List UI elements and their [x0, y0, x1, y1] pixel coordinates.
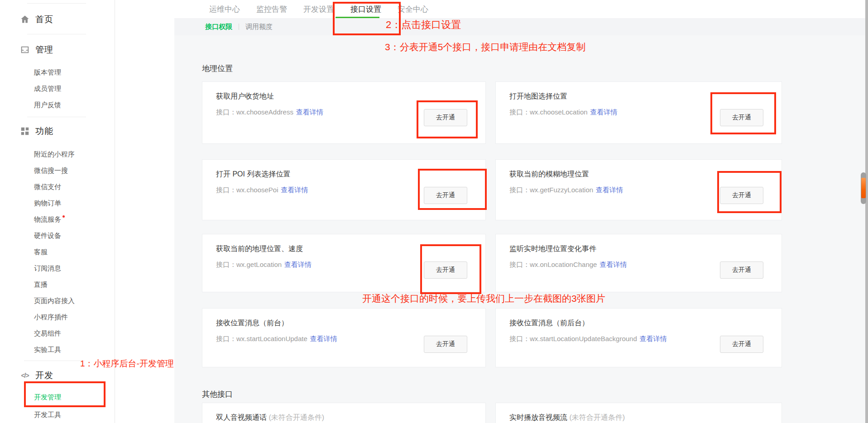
api-card-voip: 双人音视频通话 (未符合开通条件) — [202, 403, 486, 423]
divider — [27, 117, 86, 117]
inbox-icon — [20, 45, 30, 55]
api-name: wx.chooseAddress — [236, 108, 293, 116]
sidebar-item-orders[interactable]: 购物订单 — [34, 199, 61, 208]
sidebar-item-nearby[interactable]: 附近的小程序 — [34, 150, 75, 159]
view-details-link[interactable]: 查看详情 — [284, 261, 312, 268]
api-card-title-text: 双人音视频通话 — [216, 413, 267, 421]
api-card-choosePoi: 打开 POI 列表选择位置 接口：wx.choosePoi查看详情 去开通 — [202, 159, 486, 220]
api-card-title: 接收位置消息（前台） — [216, 318, 288, 328]
open-api-button[interactable]: 去开通 — [424, 261, 467, 279]
view-details-link[interactable]: 查看详情 — [599, 261, 627, 268]
api-name: wx.startLocationUpdate — [236, 335, 307, 342]
sidebar-item-hardware[interactable]: 硬件设备 — [34, 232, 61, 241]
sidebar-item-page-content[interactable]: 页面内容接入 — [34, 297, 75, 306]
open-api-button[interactable]: 去开通 — [720, 336, 763, 353]
tab-ops-center[interactable]: 运维中心 — [209, 4, 240, 14]
home-icon — [20, 14, 30, 24]
api-label: 接口： — [216, 335, 236, 342]
grid-icon — [20, 126, 30, 136]
view-details-link[interactable]: 查看详情 — [296, 108, 323, 116]
scrollbar-track[interactable] — [865, 0, 868, 423]
sidebar-item-version[interactable]: 版本管理 — [34, 68, 61, 77]
api-card-note: (未符合开通条件) — [569, 413, 625, 421]
api-card-chooseLocation: 打开地图选择位置 接口：wx.chooseLocation查看详情 去开通 — [495, 81, 782, 144]
code-icon: </> — [20, 371, 30, 380]
open-api-button[interactable]: 去开通 — [424, 336, 467, 353]
api-card-startLocationUpdate: 接收位置消息（前台） 接口：wx.startLocationUpdate查看详情… — [202, 308, 486, 367]
api-card-chooseAddress: 获取用户收货地址 接口：wx.chooseAddress查看详情 去开通 — [202, 81, 486, 144]
api-card-title: 实时播放音视频流 (未符合开通条件) — [509, 413, 625, 423]
sidebar-item-live[interactable]: 直播 — [34, 280, 48, 290]
api-label: 接口： — [509, 335, 530, 342]
sidebar-item-label: 首页 — [35, 14, 53, 25]
scrollbar-thumb-highlight — [861, 178, 866, 198]
api-card-title: 获取当前的地理位置、速度 — [216, 244, 303, 254]
api-label: 接口： — [216, 261, 236, 268]
new-badge-dot — [62, 215, 65, 218]
sidebar-item-dev-tools[interactable]: 开发工具 — [34, 411, 61, 420]
sidebar-item-label: 开发 — [35, 370, 53, 381]
api-name: wx.onLocationChange — [530, 261, 597, 268]
view-details-link[interactable]: 查看详情 — [640, 335, 667, 342]
subtab-call-quota[interactable]: 调用额度 — [245, 23, 273, 31]
open-api-button[interactable]: 去开通 — [720, 109, 763, 126]
open-api-button[interactable]: 去开通 — [424, 109, 467, 126]
api-name: wx.getLocation — [236, 261, 282, 268]
api-label: 接口： — [509, 261, 530, 268]
scrollbar-thumb[interactable] — [861, 172, 866, 204]
section-title-other: 其他接口 — [202, 389, 233, 399]
divider — [115, 0, 115, 423]
api-card-title: 打开地图选择位置 — [509, 92, 567, 101]
sidebar-item-home[interactable]: 首页 — [20, 14, 53, 25]
open-api-button[interactable]: 去开通 — [424, 187, 467, 204]
api-card-title: 监听实时地理位置变化事件 — [509, 244, 596, 254]
divider — [24, 361, 85, 361]
sidebar-item-members[interactable]: 成员管理 — [34, 85, 61, 94]
section-title-geo: 地理位置 — [202, 63, 233, 74]
divider — [27, 3, 86, 4]
view-details-link[interactable]: 查看详情 — [596, 186, 623, 194]
tab-dev-settings[interactable]: 开发设置 — [303, 4, 334, 14]
sidebar-item-label: 物流服务 — [34, 215, 61, 223]
subtab-api-permission[interactable]: 接口权限 — [205, 23, 232, 31]
api-label: 接口： — [216, 186, 236, 194]
open-api-button[interactable]: 去开通 — [720, 187, 763, 204]
api-name: wx.getFuzzyLocation — [530, 186, 593, 194]
sidebar-item-manage[interactable]: 管理 — [20, 44, 53, 56]
page-tabs: 运维中心 监控告警 开发设置 接口设置 安全中心 — [209, 0, 428, 18]
api-card-getLocation: 获取当前的地理位置、速度 接口：wx.getLocation查看详情 去开通 — [202, 234, 486, 292]
sidebar-item-dev-manage[interactable]: 开发管理 — [34, 393, 61, 402]
tab-monitor-alert[interactable]: 监控告警 — [256, 4, 287, 14]
sidebar: 首页 管理 版本管理 成员管理 用户反馈 功能 附近的小程序 微信搜一搜 微信支… — [0, 0, 115, 423]
sidebar-item-subscribe[interactable]: 订阅消息 — [34, 264, 61, 273]
sidebar-item-service[interactable]: 客服 — [34, 248, 48, 257]
subtab-bar: 接口权限 调用额度 — [174, 18, 868, 35]
api-card-title: 接收位置消息（前后台） — [509, 318, 589, 328]
api-card-note: (未符合开通条件) — [269, 413, 324, 421]
sidebar-item-feedback[interactable]: 用户反馈 — [34, 101, 61, 110]
sidebar-item-trade[interactable]: 交易组件 — [34, 329, 61, 338]
view-details-link[interactable]: 查看详情 — [310, 335, 337, 342]
sidebar-item-pay[interactable]: 微信支付 — [34, 183, 61, 192]
api-card-live-player: 实时播放音视频流 (未符合开通条件) — [495, 403, 782, 423]
api-label: 接口： — [509, 108, 530, 116]
open-api-button[interactable]: 去开通 — [720, 261, 763, 279]
sidebar-item-label: 功能 — [35, 125, 53, 137]
api-label: 接口： — [509, 186, 530, 194]
view-details-link[interactable]: 查看详情 — [590, 108, 618, 116]
api-name: wx.chooseLocation — [530, 108, 588, 116]
sidebar-item-lab[interactable]: 实验工具 — [34, 346, 61, 355]
tab-security-center[interactable]: 安全中心 — [398, 4, 428, 14]
api-card-title: 双人音视频通话 (未符合开通条件) — [216, 413, 324, 423]
api-name: wx.choosePoi — [236, 186, 278, 194]
sidebar-item-dev[interactable]: </> 开发 — [20, 370, 53, 381]
divider — [239, 24, 239, 30]
sidebar-item-feature[interactable]: 功能 — [20, 125, 53, 137]
sidebar-item-plugin[interactable]: 小程序插件 — [34, 313, 68, 322]
divider — [27, 34, 86, 34]
api-card-title: 打开 POI 列表选择位置 — [216, 170, 290, 179]
sidebar-item-search[interactable]: 微信搜一搜 — [34, 166, 68, 176]
view-details-link[interactable]: 查看详情 — [281, 186, 308, 194]
tab-api-settings[interactable]: 接口设置 — [350, 4, 381, 14]
sidebar-item-logistics[interactable]: 物流服务 — [34, 215, 65, 224]
